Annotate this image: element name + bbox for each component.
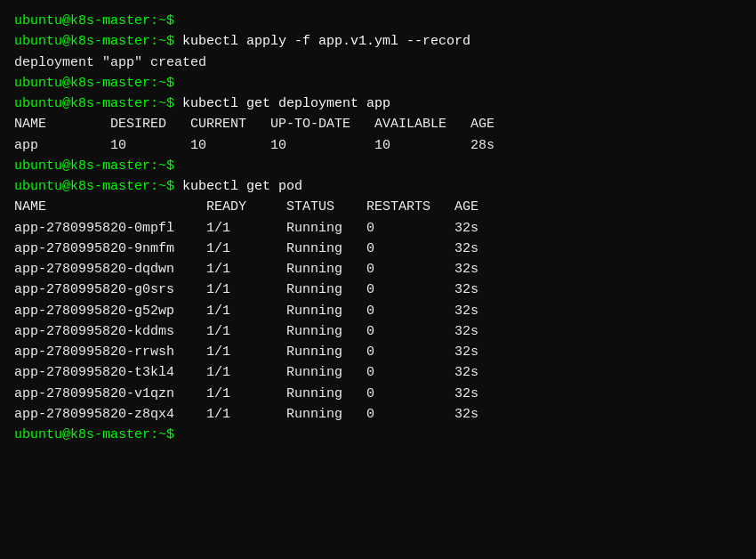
terminal-line: app-2780995820-z8qx4 1/1 Running 0 32s xyxy=(14,404,742,425)
terminal-line: app-2780995820-9nmfm 1/1 Running 0 32s xyxy=(14,239,742,259)
terminal-line: app-2780995820-g52wp 1/1 Running 0 32s xyxy=(14,301,742,321)
prompt-text: ubuntu@k8s-master:~$ xyxy=(14,13,174,28)
output-text: deployment "app" created xyxy=(14,55,206,70)
terminal-line: deployment "app" created xyxy=(14,53,742,73)
prompt-text: ubuntu@k8s-master:~$ xyxy=(14,76,174,91)
command-text: kubectl get deployment app xyxy=(174,96,390,111)
terminal-line: app-2780995820-g0srs 1/1 Running 0 32s xyxy=(14,280,742,300)
output-text: NAME READY STATUS RESTARTS AGE xyxy=(14,199,479,215)
output-text: app-2780995820-g52wp 1/1 Running 0 32s xyxy=(14,304,479,319)
output-text: app-2780995820-0mpfl 1/1 Running 0 32s xyxy=(14,221,479,236)
terminal-line: ubuntu@k8s-master:~$ xyxy=(14,425,742,445)
prompt-text: ubuntu@k8s-master:~$ xyxy=(14,427,174,442)
terminal-line: ubuntu@k8s-master:~$ kubectl get pod xyxy=(14,176,742,197)
terminal-line: ubuntu@k8s-master:~$ xyxy=(14,11,742,31)
output-text: app-2780995820-z8qx4 1/1 Running 0 32s xyxy=(14,407,479,422)
output-text: NAME DESIRED CURRENT UP-TO-DATE AVAILABL… xyxy=(14,117,495,132)
terminal-line: app-2780995820-dqdwn 1/1 Running 0 32s xyxy=(14,259,742,280)
output-text: app-2780995820-9nmfm 1/1 Running 0 32s xyxy=(14,241,479,256)
output-text: app 10 10 10 10 28s xyxy=(14,138,495,153)
prompt-text: ubuntu@k8s-master:~$ xyxy=(14,34,174,49)
terminal-line: NAME DESIRED CURRENT UP-TO-DATE AVAILABL… xyxy=(14,114,742,134)
terminal-line: app-2780995820-kddms 1/1 Running 0 32s xyxy=(14,321,742,342)
terminal-window: ubuntu@k8s-master:~$ubuntu@k8s-master:~$… xyxy=(14,11,742,445)
output-text: app-2780995820-dqdwn 1/1 Running 0 32s xyxy=(14,262,479,277)
terminal-line: ubuntu@k8s-master:~$ kubectl get deploym… xyxy=(14,93,742,114)
terminal-line: app 10 10 10 10 28s xyxy=(14,135,742,156)
command-text: kubectl get pod xyxy=(174,179,302,194)
output-text: app-2780995820-g0srs 1/1 Running 0 32s xyxy=(14,282,479,297)
terminal-line: ubuntu@k8s-master:~$ xyxy=(14,156,742,176)
output-text: app-2780995820-t3kl4 1/1 Running 0 32s xyxy=(14,365,479,380)
command-text: kubectl apply -f app.v1.yml --record xyxy=(174,34,470,49)
terminal-line: ubuntu@k8s-master:~$ kubectl apply -f ap… xyxy=(14,31,742,52)
terminal-line: app-2780995820-rrwsh 1/1 Running 0 32s xyxy=(14,342,742,362)
output-text: app-2780995820-kddms 1/1 Running 0 32s xyxy=(14,324,479,339)
prompt-text: ubuntu@k8s-master:~$ xyxy=(14,179,174,194)
prompt-text: ubuntu@k8s-master:~$ xyxy=(14,158,174,174)
prompt-text: ubuntu@k8s-master:~$ xyxy=(14,96,174,111)
terminal-line: app-2780995820-0mpfl 1/1 Running 0 32s xyxy=(14,218,742,239)
terminal-line: app-2780995820-t3kl4 1/1 Running 0 32s xyxy=(14,362,742,383)
output-text: app-2780995820-rrwsh 1/1 Running 0 32s xyxy=(14,344,479,360)
terminal-line: app-2780995820-v1qzn 1/1 Running 0 32s xyxy=(14,384,742,404)
terminal-line: NAME READY STATUS RESTARTS AGE xyxy=(14,197,742,217)
output-text: app-2780995820-v1qzn 1/1 Running 0 32s xyxy=(14,386,479,401)
terminal-line: ubuntu@k8s-master:~$ xyxy=(14,73,742,93)
